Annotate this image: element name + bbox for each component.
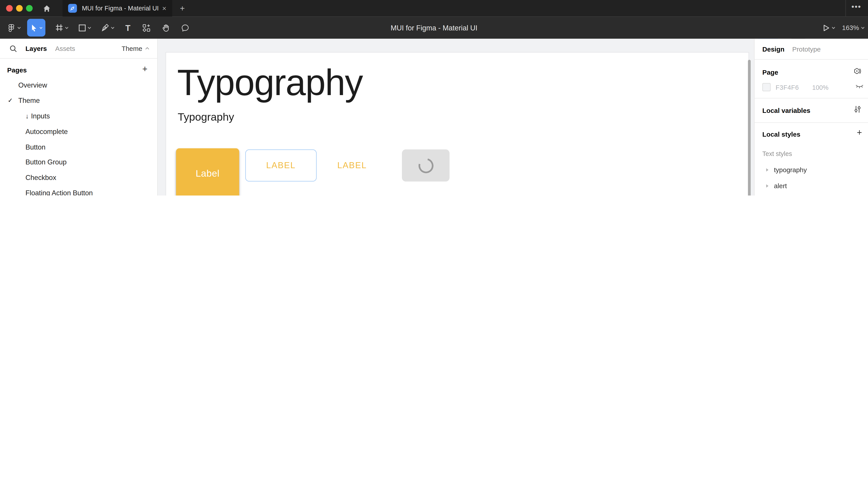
disclosure-triangle-icon[interactable] [766,185,768,188]
sidebar-page-theme[interactable]: ✓Theme [0,93,157,108]
typography-frame[interactable]: Typography Typography Label LABEL LABEL … [166,53,748,196]
page-label: Checkbox [26,174,56,182]
style-item-alert[interactable]: alert [754,178,868,194]
canvas-heading[interactable]: Typography [177,61,363,103]
tab-layers[interactable]: Layers [26,45,47,53]
page-dropdown-label: Theme [122,45,142,53]
disclosure-triangle-icon[interactable] [766,168,768,171]
titlebar: MUI for Figma - Material UI ✕ + ••• [0,0,868,17]
page-fill-row[interactable]: F3F4F6 100% [763,83,829,91]
toolbar: T MUI for Figma - Material UI Share </> … [0,17,868,39]
window-close-button[interactable] [6,5,13,11]
chevron-up-icon [145,47,149,50]
window-zoom-button[interactable] [26,5,33,11]
button-row-large: Label LABEL LABEL [176,149,450,196]
present-button[interactable] [823,17,835,39]
page-label: Floating Action Button [26,189,93,196]
tab-close-icon[interactable]: ✕ [162,5,167,11]
contained-button-large[interactable]: Label [176,149,239,196]
hidden-eye-icon[interactable] [855,84,864,90]
zoom-level-value: 163% [842,24,859,32]
local-variables-label: Local variables [763,107,810,115]
loading-button-large[interactable] [402,150,450,182]
canvas-area[interactable]: Typography Typography Label LABEL LABEL … [158,39,754,196]
add-style-button[interactable]: + [857,128,862,138]
document-title[interactable]: MUI for Figma - Material UI [0,17,868,39]
sidebar-page-autocomplete[interactable]: Autocomplete [0,124,157,139]
sidebar-page-floating-action-button[interactable]: Floating Action Button [0,186,157,196]
sidebar-page-checkbox[interactable]: Checkbox [0,170,157,186]
styles-library-icon[interactable] [853,68,861,76]
properties-tabs: Design Prototype [754,39,868,60]
tab-design[interactable]: Design [763,45,785,53]
styles-lists: Text stylestypographyalertavatarbadgebot… [754,145,868,196]
tab-title: MUI for Figma - Material UI [82,5,159,11]
page-color-swatch[interactable] [763,83,771,91]
tab-prototype[interactable]: Prototype [792,45,820,53]
variables-adjust-icon[interactable] [854,105,862,113]
pages-list: Overview✓Theme↓InputsAutocompleteButtonB… [0,77,157,196]
sidebar-page-button[interactable]: Button [0,139,157,155]
spinner-icon [415,155,436,176]
page-section-title: Page [763,69,778,76]
page-label: Overview [18,81,47,89]
figma-app-window: MUI for Figma - Material UI ✕ + ••• [0,0,868,196]
sidebar-page-inputs[interactable]: ↓Inputs [0,108,157,124]
page-color-hex[interactable]: F3F4F6 [776,84,799,90]
properties-sidebar: Design Prototype Page F3F4F6 100% Local … [754,39,868,196]
expanded-arrow-icon: ↓ [26,112,29,120]
outlined-button-large[interactable]: LABEL [245,150,317,182]
canvas-subheading[interactable]: Typography [178,111,234,123]
page-label: Theme [18,97,40,104]
local-styles-section: Local styles + [754,123,868,145]
text-button-large[interactable]: LABEL [332,150,373,182]
styles-section-header: Text styles [754,145,868,161]
figma-file-icon [68,4,77,13]
page-label: Autocomplete [26,128,68,135]
local-styles-label: Local styles [763,131,800,138]
overflow-menu-icon[interactable]: ••• [851,2,861,11]
home-icon [42,4,51,12]
search-button[interactable] [9,45,17,53]
titlebar-divider [845,0,846,17]
sidebar-page-button-group[interactable]: Button Group [0,155,157,170]
style-item-avatar[interactable]: avatar [754,194,868,196]
play-icon [823,24,830,31]
tab-assets[interactable]: Assets [55,45,75,53]
page-label: Button Group [26,158,67,166]
layers-sidebar: Layers Assets Theme Pages + Overview✓The… [0,39,158,196]
chevron-down-icon [832,26,835,29]
window-minimize-button[interactable] [16,5,23,11]
page-dropdown[interactable]: Theme [122,45,149,53]
page-section: Page F3F4F6 100% [754,60,868,98]
sidebar-header: Layers Assets Theme [0,39,157,59]
home-button[interactable] [40,0,53,17]
style-item-label: alert [774,182,787,190]
sidebar-page-overview[interactable]: Overview [0,77,157,93]
chevron-down-icon [861,26,864,29]
document-tab[interactable]: MUI for Figma - Material UI ✕ [62,0,172,17]
page-label: Button [26,143,45,151]
current-page-check-icon: ✓ [8,97,13,104]
style-item-typography[interactable]: typography [754,162,868,178]
add-page-button[interactable]: + [142,64,147,74]
new-tab-button[interactable]: + [180,3,185,13]
page-label: Inputs [31,112,50,120]
style-item-label: typography [774,166,807,174]
search-icon [9,45,17,53]
page-fill-opacity[interactable]: 100% [812,84,829,90]
canvas-scrollbar-thumb[interactable] [748,60,751,196]
zoom-level-control[interactable]: 163% [842,17,864,39]
local-variables-section[interactable]: Local variables [754,98,868,123]
pages-section-header: Pages [7,66,27,74]
